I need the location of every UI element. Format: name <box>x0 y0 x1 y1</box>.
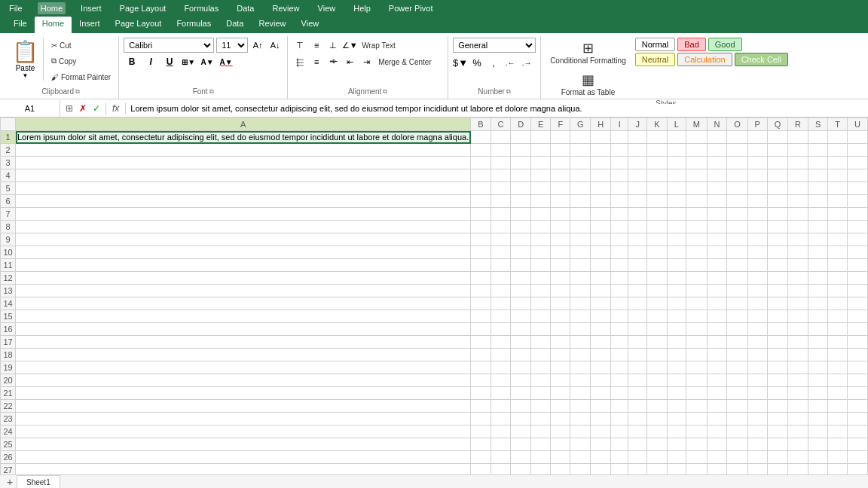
paste-button[interactable]: 📋 Paste ▼ <box>8 38 44 81</box>
cell-H15[interactable] <box>591 310 611 323</box>
cell-A8[interactable] <box>16 221 471 233</box>
cell-C12[interactable] <box>491 272 511 285</box>
row-header-5[interactable]: 5 <box>1 182 16 195</box>
cell-T9[interactable] <box>828 233 848 246</box>
cell-L12[interactable] <box>667 272 686 285</box>
cell-H23[interactable] <box>591 413 611 425</box>
cell-C21[interactable] <box>491 387 511 400</box>
row-header-23[interactable]: 23 <box>1 413 16 425</box>
cell-O15[interactable] <box>727 310 747 323</box>
cell-I26[interactable] <box>611 451 628 464</box>
col-header-U[interactable]: U <box>848 118 868 131</box>
cell-R22[interactable] <box>788 400 808 413</box>
cell-G24[interactable] <box>570 425 591 438</box>
cell-M24[interactable] <box>686 425 708 438</box>
cell-I19[interactable] <box>611 361 628 374</box>
cell-P3[interactable] <box>747 157 767 169</box>
cell-I22[interactable] <box>611 400 628 413</box>
cell-B9[interactable] <box>471 233 491 246</box>
cell-O24[interactable] <box>727 425 747 438</box>
col-header-H[interactable]: H <box>591 118 611 131</box>
cell-G19[interactable] <box>570 361 591 374</box>
menu-help[interactable]: Help <box>350 2 374 14</box>
style-normal[interactable]: Normal <box>635 38 675 51</box>
cell-N16[interactable] <box>707 323 727 336</box>
cell-L2[interactable] <box>667 144 686 157</box>
cell-K5[interactable] <box>647 182 667 195</box>
cell-T24[interactable] <box>828 425 848 438</box>
tab-file[interactable]: File <box>6 17 35 33</box>
cell-N22[interactable] <box>707 400 727 413</box>
cell-C25[interactable] <box>491 438 511 451</box>
row-header-7[interactable]: 7 <box>1 208 16 221</box>
cell-N10[interactable] <box>707 246 727 259</box>
cell-I3[interactable] <box>611 157 628 169</box>
cell-L23[interactable] <box>667 413 686 425</box>
cell-J22[interactable] <box>628 400 647 413</box>
cell-K21[interactable] <box>647 387 667 400</box>
cell-L4[interactable] <box>667 169 686 182</box>
cell-C18[interactable] <box>491 349 511 361</box>
cell-B15[interactable] <box>471 310 491 323</box>
cell-Q20[interactable] <box>767 374 787 387</box>
cell-M14[interactable] <box>686 297 708 310</box>
cell-H20[interactable] <box>591 374 611 387</box>
cell-R2[interactable] <box>788 144 808 157</box>
cell-C1[interactable] <box>491 131 511 144</box>
cell-R27[interactable] <box>788 464 808 475</box>
cell-E18[interactable] <box>531 349 551 361</box>
cell-C6[interactable] <box>491 195 511 208</box>
cell-Q24[interactable] <box>767 425 787 438</box>
cell-M21[interactable] <box>686 387 708 400</box>
cell-L16[interactable] <box>667 323 686 336</box>
cell-J27[interactable] <box>628 464 647 475</box>
cell-H9[interactable] <box>591 233 611 246</box>
cell-J5[interactable] <box>628 182 647 195</box>
align-middle-button[interactable]: ≡ <box>309 38 324 53</box>
row-header-2[interactable]: 2 <box>1 144 16 157</box>
cell-Q18[interactable] <box>767 349 787 361</box>
cell-D3[interactable] <box>511 157 531 169</box>
row-header-24[interactable]: 24 <box>1 425 16 438</box>
cell-A20[interactable] <box>16 374 471 387</box>
cell-Q19[interactable] <box>767 361 787 374</box>
cell-I2[interactable] <box>611 144 628 157</box>
cell-D14[interactable] <box>511 297 531 310</box>
cell-S26[interactable] <box>808 451 827 464</box>
cell-F21[interactable] <box>551 387 570 400</box>
cell-F2[interactable] <box>551 144 570 157</box>
cell-L18[interactable] <box>667 349 686 361</box>
cell-H25[interactable] <box>591 438 611 451</box>
menu-data[interactable]: Data <box>234 2 257 14</box>
cell-L15[interactable] <box>667 310 686 323</box>
row-header-10[interactable]: 10 <box>1 246 16 259</box>
cell-E12[interactable] <box>531 272 551 285</box>
cell-E4[interactable] <box>531 169 551 182</box>
cell-H7[interactable] <box>591 208 611 221</box>
cell-M11[interactable] <box>686 259 708 272</box>
cell-T13[interactable] <box>828 285 848 297</box>
cell-F3[interactable] <box>551 157 570 169</box>
cell-H1[interactable] <box>591 131 611 144</box>
cell-O18[interactable] <box>727 349 747 361</box>
cell-U23[interactable] <box>848 413 868 425</box>
cell-A17[interactable] <box>16 336 471 349</box>
menu-power-pivot[interactable]: Power Pivot <box>386 2 436 14</box>
cell-S20[interactable] <box>808 374 827 387</box>
cell-E25[interactable] <box>531 438 551 451</box>
cell-P10[interactable] <box>747 246 767 259</box>
col-header-D[interactable]: D <box>511 118 531 131</box>
cell-G3[interactable] <box>570 157 591 169</box>
cell-C26[interactable] <box>491 451 511 464</box>
cell-M4[interactable] <box>686 169 708 182</box>
cell-F6[interactable] <box>551 195 570 208</box>
cell-Q21[interactable] <box>767 387 787 400</box>
cell-U6[interactable] <box>848 195 868 208</box>
cell-T7[interactable] <box>828 208 848 221</box>
cell-P20[interactable] <box>747 374 767 387</box>
row-header-11[interactable]: 11 <box>1 259 16 272</box>
cell-G1[interactable] <box>570 131 591 144</box>
cell-L6[interactable] <box>667 195 686 208</box>
row-header-14[interactable]: 14 <box>1 297 16 310</box>
cell-J26[interactable] <box>628 451 647 464</box>
